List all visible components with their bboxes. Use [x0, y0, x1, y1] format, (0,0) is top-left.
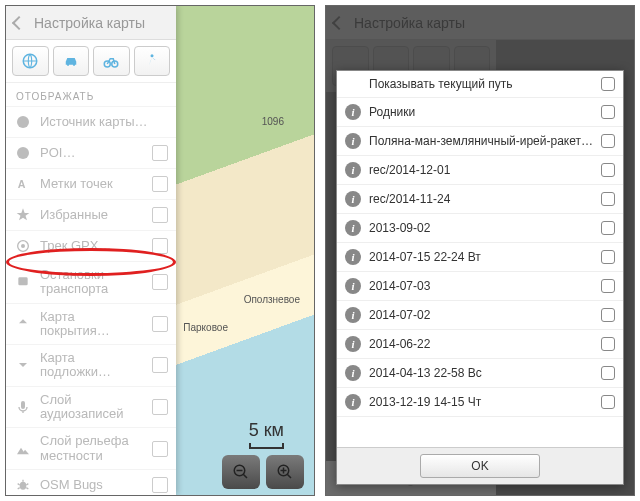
mic-icon [14, 398, 32, 416]
info-icon[interactable]: i [345, 336, 361, 352]
dialog-row[interactable]: i2014-06-22 [337, 330, 623, 359]
dialog-row[interactable]: iПоляна-ман-земляничный-ирей-ракетчики [337, 127, 623, 156]
dialog-row[interactable]: irec/2014-11-24 [337, 185, 623, 214]
item-gpx-track[interactable]: Трек GPX… [6, 230, 176, 261]
svg-point-2 [73, 64, 75, 66]
checkbox[interactable] [152, 441, 168, 457]
item-label: OSM Bugs [40, 478, 144, 492]
section-header: ОТОБРАЖАТЬ [6, 83, 176, 106]
checkbox[interactable] [601, 279, 615, 293]
info-icon[interactable]: i [345, 104, 361, 120]
item-audio-layer[interactable]: Слой аудиозаписей [6, 386, 176, 428]
checkbox[interactable] [152, 145, 168, 161]
info-icon[interactable]: i [345, 394, 361, 410]
item-map-source[interactable]: Источник карты… [6, 106, 176, 137]
mountain-icon [14, 440, 32, 458]
dialog-row[interactable]: Показывать текущий путь [337, 71, 623, 98]
checkbox[interactable] [601, 77, 615, 91]
gpx-tracks-dialog: Показывать текущий путьiРодникиiПоляна-м… [336, 70, 624, 485]
checkbox[interactable] [152, 399, 168, 415]
item-label: Метки точек [40, 177, 144, 191]
dialog-row[interactable]: i2013-09-02 [337, 214, 623, 243]
dialog-row[interactable]: i2013-12-19 14-15 Чт [337, 388, 623, 417]
svg-point-1 [67, 64, 69, 66]
item-osm-bugs[interactable]: OSM Bugs [6, 469, 176, 495]
dialog-row-label: 2013-12-19 14-15 Чт [369, 395, 593, 409]
scale-indicator: 5 км [249, 420, 284, 449]
info-icon[interactable]: i [345, 249, 361, 265]
checkbox[interactable] [601, 337, 615, 351]
checkbox[interactable] [601, 163, 615, 177]
checkbox[interactable] [601, 250, 615, 264]
checkbox[interactable] [601, 192, 615, 206]
checkbox[interactable] [601, 395, 615, 409]
mode-bicycle[interactable] [93, 46, 130, 76]
checkbox[interactable] [601, 105, 615, 119]
checkbox[interactable] [601, 308, 615, 322]
dialog-row-label: Поляна-ман-земляничный-ирей-ракетчики [369, 134, 593, 148]
info-icon[interactable]: i [345, 133, 361, 149]
svg-rect-11 [18, 278, 27, 286]
svg-point-7 [17, 147, 29, 159]
zoom-out-button[interactable] [222, 455, 260, 489]
checkbox[interactable] [152, 176, 168, 192]
dialog-list[interactable]: Показывать текущий путьiРодникиiПоляна-м… [337, 71, 623, 447]
mode-walk[interactable] [134, 46, 171, 76]
scale-label: 5 км [249, 420, 284, 440]
checkbox[interactable] [601, 221, 615, 235]
item-label: Остановки транспорта [40, 268, 144, 297]
screenshot-left: 1096 Оползневое Парковое Настройка карты… [5, 5, 315, 496]
down-icon [14, 356, 32, 374]
checkbox[interactable] [152, 357, 168, 373]
a-icon: A [14, 175, 32, 193]
checkbox[interactable] [152, 238, 168, 254]
info-icon[interactable]: i [345, 307, 361, 323]
track-icon [14, 237, 32, 255]
svg-point-13 [20, 482, 27, 490]
info-icon[interactable]: i [345, 191, 361, 207]
map-town-label-2: Парковое [183, 322, 228, 333]
dialog-row[interactable]: irec/2014-12-01 [337, 156, 623, 185]
dialog-row-label: 2014-07-15 22-24 Вт [369, 250, 593, 264]
zoom-in-button[interactable] [266, 455, 304, 489]
mode-car[interactable] [53, 46, 90, 76]
checkbox[interactable] [601, 134, 615, 148]
item-overlay-map[interactable]: Карта покрытия… [6, 303, 176, 345]
mode-browse[interactable] [12, 46, 49, 76]
dialog-row[interactable]: i2014-07-02 [337, 301, 623, 330]
dialog-row-label: 2013-09-02 [369, 221, 593, 235]
item-favorites[interactable]: Избранные [6, 199, 176, 230]
item-poi[interactable]: POI… [6, 137, 176, 168]
dialog-row-label: rec/2014-12-01 [369, 163, 593, 177]
item-label: Источник карты… [40, 115, 168, 129]
info-icon[interactable]: i [345, 220, 361, 236]
info-icon [14, 144, 32, 162]
sidebar-items: Источник карты… POI… AМетки точек Избран… [6, 106, 176, 495]
checkbox[interactable] [152, 477, 168, 493]
sidebar-header[interactable]: Настройка карты [6, 6, 176, 40]
dialog-row-label: Родники [369, 105, 593, 119]
dialog-row[interactable]: i2014-07-15 22-24 Вт [337, 243, 623, 272]
dialog-footer: OK [337, 447, 623, 484]
dialog-row[interactable]: i2014-07-03 [337, 272, 623, 301]
checkbox[interactable] [152, 274, 168, 290]
item-transit-stops[interactable]: Остановки транспорта [6, 261, 176, 303]
item-underlay-map[interactable]: Карта подложки… [6, 344, 176, 386]
dialog-row[interactable]: iРодники [337, 98, 623, 127]
svg-point-5 [150, 54, 153, 57]
checkbox[interactable] [152, 207, 168, 223]
sidebar-title: Настройка карты [34, 15, 145, 31]
dialog-row-label: 2014-04-13 22-58 Вс [369, 366, 593, 380]
item-point-labels[interactable]: AМетки точек [6, 168, 176, 199]
dialog-row[interactable]: i2014-04-13 22-58 Вс [337, 359, 623, 388]
info-icon[interactable]: i [345, 162, 361, 178]
checkbox[interactable] [601, 366, 615, 380]
bug-icon [14, 476, 32, 494]
ok-button[interactable]: OK [420, 454, 540, 478]
back-icon[interactable] [12, 15, 26, 29]
item-relief-layer[interactable]: Слой рельефа местности [6, 427, 176, 469]
info-icon[interactable]: i [345, 278, 361, 294]
map-town-label: Оползневое [244, 294, 300, 305]
checkbox[interactable] [152, 316, 168, 332]
info-icon[interactable]: i [345, 365, 361, 381]
